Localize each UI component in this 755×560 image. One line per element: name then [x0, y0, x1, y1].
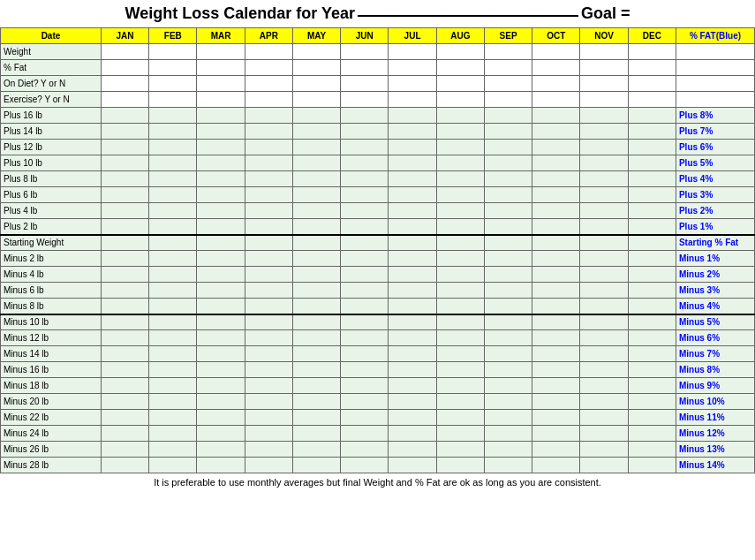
month-cell[interactable]: [292, 140, 340, 155]
month-cell[interactable]: [532, 235, 580, 251]
month-cell[interactable]: [245, 362, 292, 378]
month-cell[interactable]: [580, 346, 628, 362]
month-cell[interactable]: [389, 203, 436, 219]
month-cell[interactable]: [580, 458, 628, 473]
month-cell[interactable]: [341, 171, 389, 187]
month-cell[interactable]: [389, 283, 436, 299]
month-cell[interactable]: [484, 171, 532, 187]
month-cell[interactable]: [197, 124, 245, 140]
month-cell[interactable]: [292, 442, 340, 458]
month-cell[interactable]: [149, 187, 197, 203]
month-cell[interactable]: [532, 458, 580, 473]
month-cell[interactable]: [292, 60, 340, 76]
month-cell[interactable]: [389, 330, 436, 346]
month-cell[interactable]: [341, 124, 389, 140]
month-cell[interactable]: [149, 108, 197, 124]
month-cell[interactable]: [389, 458, 436, 473]
month-cell[interactable]: [149, 235, 197, 251]
month-cell[interactable]: [149, 251, 197, 267]
month-cell[interactable]: [341, 314, 389, 330]
month-cell[interactable]: [341, 108, 389, 124]
month-cell[interactable]: [532, 346, 580, 362]
month-cell[interactable]: [580, 394, 628, 410]
month-cell[interactable]: [149, 346, 197, 362]
month-cell[interactable]: [197, 203, 245, 219]
month-cell[interactable]: [341, 76, 389, 92]
month-cell[interactable]: [292, 330, 340, 346]
month-cell[interactable]: [341, 267, 389, 283]
month-cell[interactable]: [532, 394, 580, 410]
month-cell[interactable]: [341, 442, 389, 458]
month-cell[interactable]: [580, 76, 628, 92]
month-cell[interactable]: [292, 267, 340, 283]
month-cell[interactable]: [628, 155, 676, 171]
month-cell[interactable]: [532, 442, 580, 458]
month-cell[interactable]: [580, 44, 628, 60]
month-cell[interactable]: [245, 60, 292, 76]
month-cell[interactable]: [389, 426, 436, 442]
month-cell[interactable]: [532, 187, 580, 203]
month-cell[interactable]: [436, 426, 484, 442]
month-cell[interactable]: [292, 378, 340, 394]
month-cell[interactable]: [149, 458, 197, 473]
month-cell[interactable]: [197, 251, 245, 267]
month-cell[interactable]: [292, 108, 340, 124]
month-cell[interactable]: [628, 426, 676, 442]
month-cell[interactable]: [628, 458, 676, 473]
month-cell[interactable]: [580, 171, 628, 187]
month-cell[interactable]: [197, 108, 245, 124]
month-cell[interactable]: [436, 155, 484, 171]
month-cell[interactable]: [149, 410, 197, 426]
month-cell[interactable]: [532, 378, 580, 394]
month-cell[interactable]: [197, 362, 245, 378]
month-cell[interactable]: [389, 235, 436, 251]
month-cell[interactable]: [245, 442, 292, 458]
month-cell[interactable]: [245, 171, 292, 187]
month-cell[interactable]: [436, 299, 484, 314]
month-cell[interactable]: [101, 155, 148, 171]
month-cell[interactable]: [628, 76, 676, 92]
month-cell[interactable]: [532, 92, 580, 108]
month-cell[interactable]: [389, 251, 436, 267]
month-cell[interactable]: [101, 124, 148, 140]
month-cell[interactable]: [292, 394, 340, 410]
month-cell[interactable]: [436, 410, 484, 426]
month-cell[interactable]: [197, 346, 245, 362]
month-cell[interactable]: [245, 76, 292, 92]
month-cell[interactable]: [580, 283, 628, 299]
month-cell[interactable]: [580, 60, 628, 76]
month-cell[interactable]: [149, 44, 197, 60]
month-cell[interactable]: [628, 60, 676, 76]
month-cell[interactable]: [580, 92, 628, 108]
month-cell[interactable]: [436, 140, 484, 155]
month-cell[interactable]: [580, 219, 628, 235]
month-cell[interactable]: [101, 187, 148, 203]
month-cell[interactable]: [484, 124, 532, 140]
month-cell[interactable]: [436, 44, 484, 60]
month-cell[interactable]: [245, 267, 292, 283]
month-cell[interactable]: [628, 362, 676, 378]
month-cell[interactable]: [532, 362, 580, 378]
month-cell[interactable]: [628, 44, 676, 60]
month-cell[interactable]: [389, 124, 436, 140]
month-cell[interactable]: [628, 140, 676, 155]
month-cell[interactable]: [245, 108, 292, 124]
month-cell[interactable]: [628, 203, 676, 219]
month-cell[interactable]: [628, 394, 676, 410]
month-cell[interactable]: [484, 44, 532, 60]
month-cell[interactable]: [436, 267, 484, 283]
month-cell[interactable]: [101, 394, 148, 410]
month-cell[interactable]: [484, 314, 532, 330]
month-cell[interactable]: [628, 299, 676, 314]
month-cell[interactable]: [484, 346, 532, 362]
month-cell[interactable]: [149, 140, 197, 155]
month-cell[interactable]: [149, 124, 197, 140]
month-cell[interactable]: [341, 219, 389, 235]
month-cell[interactable]: [245, 140, 292, 155]
month-cell[interactable]: [292, 362, 340, 378]
month-cell[interactable]: [292, 155, 340, 171]
month-cell[interactable]: [292, 203, 340, 219]
month-cell[interactable]: [389, 394, 436, 410]
month-cell[interactable]: [101, 299, 148, 314]
month-cell[interactable]: [628, 187, 676, 203]
